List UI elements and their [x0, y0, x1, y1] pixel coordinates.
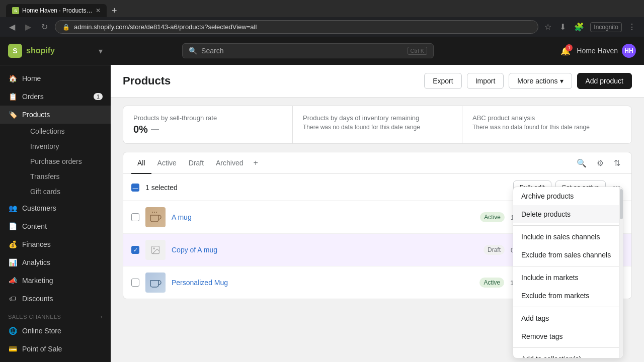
select-all-checkbox[interactable]: — [131, 184, 139, 192]
dropdown-divider-2 [513, 266, 623, 266]
sidebar-item-purchase-orders[interactable]: Purchase orders [22, 154, 111, 169]
sidebar-label-customers: Customers [22, 204, 56, 212]
product-name-2[interactable]: Copy of A mug [172, 246, 477, 254]
refresh-button[interactable]: ↻ [38, 21, 51, 33]
tab-all[interactable]: All [131, 153, 151, 174]
stat-number-0: 0% [133, 124, 148, 135]
sidebar-item-collections[interactable]: Collections [22, 124, 111, 139]
sidebar-item-finances[interactable]: 💰 Finances [0, 235, 111, 253]
tab-title: Home Haven · Products · Shopify [22, 7, 93, 14]
sidebar-item-online-store[interactable]: 🌐 Online Store [0, 322, 111, 340]
download-button[interactable]: ⬇ [557, 20, 568, 34]
back-button[interactable]: ◀ [6, 21, 18, 33]
more-actions-button[interactable]: More actions ▾ [509, 73, 572, 89]
new-tab-button[interactable]: + [109, 5, 120, 17]
store-name: Home Haven [577, 47, 618, 55]
menu-button[interactable]: ⋮ [626, 20, 638, 34]
search-bar[interactable]: 🔍 Search Ctrl K [182, 43, 434, 58]
logo-mark: S [8, 44, 22, 58]
export-button[interactable]: Export [424, 73, 461, 89]
sidebar-label-home: Home [22, 74, 41, 82]
sidebar-nav: 🏠 Home 📋 Orders 1 🏷️ Products Collection… [0, 65, 111, 362]
sidebar-item-customers[interactable]: 👥 Customers [0, 199, 111, 217]
sidebar-item-marketing[interactable]: 📣 Marketing [0, 272, 111, 290]
product-checkbox-3[interactable] [131, 279, 139, 287]
products-icon: 🏷️ [8, 110, 17, 119]
stats-row: Products by sell-through rate 0% — Produ… [123, 106, 632, 144]
incognito-label: Incognito [590, 22, 622, 32]
tab-archived[interactable]: Archived [210, 153, 249, 174]
search-filter-button[interactable]: 🔍 [574, 155, 590, 171]
address-bar[interactable]: 🔒 admin.shopify.com/store/de8143-a6/prod… [55, 20, 538, 34]
add-tab-button[interactable]: + [250, 152, 262, 173]
sidebar-label-marketing: Marketing [22, 277, 53, 285]
chevron-down-icon: ▾ [560, 77, 564, 85]
dropdown-item-exclude-sales[interactable]: Exclude from sales channels [513, 246, 623, 264]
store-selector[interactable]: Home Haven HH [577, 44, 636, 58]
dropdown-item-remove-tags[interactable]: Remove tags [513, 327, 623, 345]
tab-close-icon[interactable]: ✕ [96, 7, 101, 14]
sidebar-item-analytics[interactable]: 📊 Analytics [0, 253, 111, 272]
tab-draft[interactable]: Draft [183, 153, 210, 174]
forward-button[interactable]: ▶ [22, 21, 34, 33]
dropdown-item-delete[interactable]: Delete products [513, 205, 623, 223]
product-image-2 [145, 240, 166, 260]
sidebar-header: S shopify ▾ [0, 37, 111, 65]
dropdown-item-include-markets[interactable]: Include in markets [513, 268, 623, 287]
stat-card-abc: ABC product analysis There was no data f… [462, 106, 631, 143]
product-name-3[interactable]: Personalized Mug [172, 279, 473, 287]
sidebar-item-gift-cards[interactable]: Gift cards [22, 184, 111, 199]
svg-point-4 [153, 248, 155, 249]
sidebar-item-orders[interactable]: 📋 Orders 1 [0, 87, 111, 106]
notification-button[interactable]: 🔔 1 [560, 46, 571, 56]
sidebar-item-inventory[interactable]: Inventory [22, 139, 111, 154]
sidebar-item-shop[interactable]: 🛍️ Shop [0, 358, 111, 362]
dropdown-item-exclude-markets[interactable]: Exclude from markets [513, 287, 623, 305]
import-button[interactable]: Import [467, 73, 504, 89]
dropdown-item-archive[interactable]: Archive products [513, 187, 623, 205]
sort-button[interactable]: ⇅ [611, 155, 623, 171]
product-name-1[interactable]: A mug [172, 213, 474, 221]
bookmark-button[interactable]: ☆ [542, 20, 553, 34]
notification-badge: 1 [566, 44, 573, 51]
store-selector[interactable]: ▾ [99, 46, 103, 56]
product-checkbox-2[interactable]: ✓ [131, 246, 139, 254]
sidebar-item-transfers[interactable]: Transfers [22, 169, 111, 184]
tabs-bar: All Active Draft Archived + 🔍 ⚙ ⇅ [123, 152, 631, 174]
header-actions: Export Import More actions ▾ Add product [424, 73, 632, 89]
sidebar-label-finances: Finances [22, 240, 51, 248]
dropdown-item-include-sales[interactable]: Include in sales channels [513, 228, 623, 246]
topbar: 🔍 Search Ctrl K 🔔 1 Home Haven HH [111, 37, 644, 65]
sidebar-item-discounts[interactable]: 🏷 Discounts [0, 290, 111, 308]
filter-button[interactable]: ⚙ [594, 155, 607, 171]
home-icon: 🏠 [8, 74, 17, 83]
tabs-actions: 🔍 ⚙ ⇅ [574, 155, 623, 171]
dropdown-item-add-collection[interactable]: Add to collection(s) [513, 350, 623, 358]
dropdown-divider-1 [513, 225, 623, 226]
active-tab[interactable]: S Home Haven · Products · Shopify ✕ [6, 4, 107, 17]
add-product-button[interactable]: Add product [577, 73, 632, 89]
main-content: Products Export Import More actions ▾ Ad… [111, 65, 644, 362]
page-header: Products Export Import More actions ▾ Ad… [111, 65, 644, 98]
shopify-logo[interactable]: S shopify [8, 44, 55, 58]
url-text: admin.shopify.com/store/de8143-a6/produc… [74, 23, 257, 31]
finances-icon: 💰 [8, 240, 17, 249]
product-status-3: Active [479, 278, 504, 288]
dropdown-item-add-tags[interactable]: Add tags [513, 309, 623, 327]
orders-icon: 📋 [8, 92, 17, 101]
sidebar-item-products[interactable]: 🏷️ Products [0, 106, 111, 124]
search-placeholder: Search [201, 47, 223, 55]
sidebar-item-point-of-sale[interactable]: 💳 Point of Sale [0, 340, 111, 358]
sidebar-item-home[interactable]: 🏠 Home [0, 69, 111, 87]
bulk-actions-dropdown: Archive products Delete products Include… [513, 187, 623, 358]
tab-active[interactable]: Active [151, 153, 183, 174]
sales-channels-label: Sales channels [8, 314, 61, 320]
stat-label-2: ABC product analysis [472, 114, 621, 122]
extensions-button[interactable]: 🧩 [572, 20, 586, 34]
product-checkbox-1[interactable] [131, 213, 139, 221]
selected-count: 1 selected [145, 184, 178, 192]
scrollbar-thumb[interactable] [620, 189, 623, 219]
sales-channels-expand[interactable]: › [101, 314, 103, 320]
sidebar-item-content[interactable]: 📄 Content [0, 217, 111, 235]
products-section: All Active Draft Archived + 🔍 ⚙ ⇅ — [123, 152, 632, 299]
